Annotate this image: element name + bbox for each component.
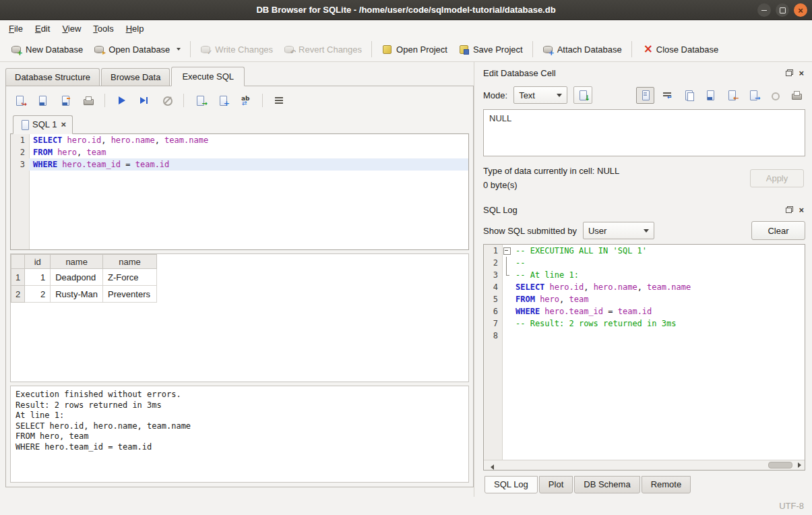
fold-corner-icon[interactable] xyxy=(502,269,511,281)
save-sql-file-icon xyxy=(37,95,48,106)
mode-select[interactable]: Text xyxy=(513,86,567,104)
export-results-button[interactable] xyxy=(192,92,208,109)
import-from-file-button[interactable] xyxy=(573,86,592,104)
menu-tools[interactable]: Tools xyxy=(87,22,119,36)
table-cell[interactable]: 2 xyxy=(25,286,51,303)
menu-edit[interactable]: Edit xyxy=(29,22,56,36)
scrollbar-thumb[interactable] xyxy=(768,462,792,468)
close-panel-icon[interactable]: × xyxy=(799,206,804,214)
fold-space xyxy=(502,330,511,342)
print-cell-icon xyxy=(791,90,802,100)
attach-database-button[interactable]: Attach Database xyxy=(537,40,627,58)
log-filter-row: Show SQL submitted by User Clear xyxy=(483,221,805,240)
clear-button[interactable]: Clear xyxy=(751,221,805,240)
maximize-button[interactable] xyxy=(776,3,789,17)
code-line: 3WHERE hero.team_id = team.id xyxy=(11,158,468,171)
menu-file[interactable]: File xyxy=(3,22,29,36)
close-panel-icon[interactable]: × xyxy=(799,69,804,77)
word-wrap-button[interactable] xyxy=(658,87,676,104)
row-header[interactable]: 1 xyxy=(11,269,25,286)
execute-current-line-icon xyxy=(139,95,150,106)
save-cell-button[interactable] xyxy=(701,87,719,104)
column-header[interactable]: id xyxy=(25,255,51,269)
close-tab-icon[interactable]: × xyxy=(61,121,66,129)
toolbar-separator xyxy=(371,41,372,57)
open-database-button[interactable]: Open Database xyxy=(88,40,186,58)
import-cell-button[interactable] xyxy=(722,87,741,104)
sql-file-icon xyxy=(20,119,28,129)
line-number: 2 xyxy=(11,146,29,158)
scroll-left-icon[interactable] xyxy=(484,460,495,470)
sql-editor[interactable]: 1SELECT hero.id, hero.name, team.name2FR… xyxy=(10,133,469,250)
horizontal-scrollbar[interactable] xyxy=(484,460,805,470)
print-button[interactable] xyxy=(80,92,96,109)
code-line: 7-- Result: 2 rows returned in 3ms xyxy=(484,317,805,330)
print-cell-button[interactable] xyxy=(787,87,805,104)
cell-info-text: Type of data currently in cell: NULL 0 b… xyxy=(483,164,750,192)
code-line: 2-- xyxy=(484,257,805,269)
fold-minus-icon[interactable] xyxy=(502,245,511,257)
table-cell[interactable]: Deadpond xyxy=(51,269,103,286)
sql-log-title: SQL Log xyxy=(483,205,786,215)
submitter-select[interactable]: User xyxy=(583,222,654,239)
minimize-button[interactable] xyxy=(757,3,771,17)
save-sql-file-button[interactable] xyxy=(34,92,51,109)
find-replace-button[interactable] xyxy=(238,92,254,109)
text-mode-button[interactable] xyxy=(636,87,654,104)
sql-editor-lines: 1SELECT hero.id, hero.name, team.name2FR… xyxy=(11,134,468,249)
tab-sql-log[interactable]: SQL Log xyxy=(485,476,538,493)
new-database-button[interactable]: New Database xyxy=(5,40,88,58)
save-sql-file-as-button[interactable] xyxy=(57,92,73,109)
code-line: 3-- At line 1: xyxy=(484,269,805,281)
execute-all-button[interactable] xyxy=(113,92,129,109)
write-changes-button: Write Changes xyxy=(195,40,278,58)
execute-current-line-button[interactable] xyxy=(136,92,152,109)
table-cell[interactable]: Rusty-Man xyxy=(51,286,103,303)
fold-v-icon[interactable] xyxy=(502,257,511,269)
import-cell-icon xyxy=(726,90,737,100)
dropdown-arrow-icon[interactable] xyxy=(177,48,181,51)
export-cell-button[interactable] xyxy=(744,87,762,104)
line-number: 5 xyxy=(484,293,502,305)
toolbar-separator xyxy=(190,41,191,57)
set-null-button[interactable] xyxy=(766,87,784,104)
scrollbar-track[interactable] xyxy=(495,460,794,470)
toolbar-separator xyxy=(631,41,632,57)
menu-view[interactable]: View xyxy=(56,22,87,36)
cell-editor[interactable]: NULL xyxy=(483,109,805,156)
line-number: 3 xyxy=(484,269,502,281)
attach-database-icon xyxy=(542,44,553,55)
tab-db-schema[interactable]: DB Schema xyxy=(574,476,639,493)
tab-database-structure[interactable]: Database Structure xyxy=(5,68,100,86)
table-cell[interactable]: 1 xyxy=(25,269,51,286)
close-button[interactable]: × xyxy=(794,3,807,17)
row-header[interactable]: 2 xyxy=(11,286,25,303)
column-header[interactable]: name xyxy=(103,255,157,269)
float-panel-icon[interactable] xyxy=(786,69,793,76)
column-header[interactable]: name xyxy=(51,255,103,269)
float-panel-icon[interactable] xyxy=(786,206,793,213)
save-project-button[interactable]: Save Project xyxy=(453,40,528,58)
fold-space xyxy=(502,305,511,317)
line-number: 3 xyxy=(11,158,29,171)
format-sql-button[interactable] xyxy=(271,92,287,109)
menu-help[interactable]: Help xyxy=(120,22,150,36)
table-cell[interactable]: Preventers xyxy=(103,286,157,303)
table-cell[interactable]: Z-Force xyxy=(103,269,157,286)
tab-plot[interactable]: Plot xyxy=(539,476,573,493)
table-row: 11DeadpondZ-Force xyxy=(11,269,157,286)
open-in-new-tab-button[interactable] xyxy=(215,92,231,109)
close-database-button[interactable]: Close Database xyxy=(636,40,724,58)
tab-remote[interactable]: Remote xyxy=(642,476,691,493)
code-line: 6WHERE hero.team_id = team.id xyxy=(484,305,805,317)
tab-execute-sql[interactable]: Execute SQL xyxy=(171,67,245,86)
tab-browse-data[interactable]: Browse Data xyxy=(101,68,170,86)
main-toolbar: New DatabaseOpen DatabaseWrite ChangesRe… xyxy=(0,37,812,62)
copy-cell-button[interactable] xyxy=(679,87,697,104)
titlebar[interactable]: DB Browser for SQLite - /home/user/code/… xyxy=(0,0,812,20)
code-line: 8 xyxy=(484,330,805,342)
scroll-right-icon[interactable] xyxy=(794,460,805,470)
open-project-button[interactable]: Open Project xyxy=(376,40,453,58)
tab-sql-1[interactable]: SQL 1 × xyxy=(13,115,73,134)
open-sql-file-button[interactable] xyxy=(11,92,28,109)
